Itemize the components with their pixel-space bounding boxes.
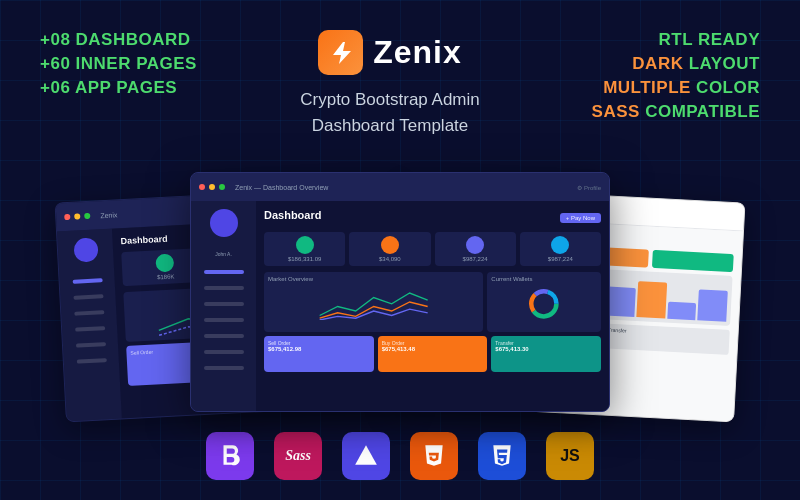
bootstrap-logo: [217, 443, 243, 469]
right-card-label: Transfer: [608, 327, 727, 339]
feature-app-pages: +06 APP PAGES: [40, 78, 220, 98]
sidebar-nav-item: [75, 326, 105, 332]
product-subtitle: Crypto Bootstrap Admin Dashboard Templat…: [300, 87, 480, 138]
stat-icon-bnb: [551, 236, 569, 254]
stat-card-ltc: $987,224: [435, 232, 516, 266]
stat-card-bnb: $987,224: [520, 232, 601, 266]
screenshots-area: Zenix Dashboard $18: [40, 148, 760, 412]
sell-order-card: Sell Order $675,412.98: [264, 336, 374, 372]
stat-val-eth: $34,090: [353, 256, 426, 262]
sidebar-nav-item: [204, 350, 244, 354]
css3-icon: [478, 432, 526, 480]
sidebar-nav-item: [74, 310, 104, 316]
javascript-icon: JS: [546, 432, 594, 480]
main-bottom-cards: Sell Order $675,412.98 Buy Order $675,41…: [264, 336, 601, 372]
buy-order-card: Buy Order $675,413.48: [378, 336, 488, 372]
dash-sidebar-main: John A.: [191, 201, 256, 411]
feature-dashboard: +08 DASHBOARD: [40, 30, 220, 50]
feature-sass: SASS COMPATIBLE: [592, 102, 760, 122]
bar: [698, 289, 728, 322]
dash-sidebar-left: [57, 229, 122, 422]
donut-chart-svg: [491, 284, 597, 320]
sass-label: Sass: [285, 448, 311, 464]
center-section: Zenix Crypto Bootstrap Admin Dashboard T…: [220, 30, 560, 138]
stat-icon-btc: [296, 236, 314, 254]
dot-red-main: [199, 184, 205, 190]
sass-icon: Sass: [274, 432, 322, 480]
dash-body-main: John A. Dashboard + Pay Now: [191, 201, 609, 411]
bar: [636, 281, 667, 318]
js-label: JS: [560, 447, 580, 465]
market-chart-svg: [268, 284, 479, 320]
dash-content-main: Dashboard + Pay Now $186,331.09 $34,090: [256, 201, 609, 411]
dot-yellow: [74, 213, 80, 219]
stat-val-ltc: $987,224: [439, 256, 512, 262]
html5-icon: [410, 432, 458, 480]
sidebar-nav-dashboard: [204, 270, 244, 274]
stat-icon: [156, 253, 175, 272]
right-stat-card: [652, 250, 734, 272]
main-stat-cards: $186,331.09 $34,090 $987,224 $987,2: [264, 232, 601, 266]
sidebar-nav-item: [204, 334, 244, 338]
left-features: +08 DASHBOARD +60 INNER PAGES +06 APP PA…: [40, 30, 220, 98]
sidebar-nav-item: [73, 294, 103, 300]
sell-order-value: $675,412.98: [268, 346, 370, 352]
right-card-2: Transfer: [604, 323, 730, 354]
stat-icon-ltc: [466, 236, 484, 254]
dot-green: [84, 213, 90, 219]
svg-marker-4: [355, 445, 377, 465]
css3-logo: [489, 443, 515, 469]
stat-icon-eth: [381, 236, 399, 254]
sidebar-nav-item: [75, 342, 105, 348]
dot-yellow-main: [209, 184, 215, 190]
affinity-icon: [342, 432, 390, 480]
affinity-logo: [353, 443, 379, 469]
stat-card-eth: $34,090: [349, 232, 430, 266]
right-features: RTL READY DARK LAYOUT MULTIPLE COLOR SAS…: [560, 30, 760, 122]
page-container: +08 DASHBOARD +60 INNER PAGES +06 APP PA…: [0, 0, 800, 500]
logo-name: Zenix: [373, 34, 462, 71]
logo-row: Zenix: [318, 30, 462, 75]
sidebar-nav-item: [204, 302, 244, 306]
sidebar-nav-item: [204, 366, 244, 370]
stat-val-bnb: $987,224: [524, 256, 597, 262]
stat-val-btc: $186,331.09: [268, 256, 341, 262]
transfer-value: $675,413.30: [495, 346, 597, 352]
sidebar-avatar: [73, 237, 98, 262]
sidebar-nav-item: [76, 358, 106, 364]
logo-icon: [318, 30, 363, 75]
bar: [667, 302, 697, 320]
dash-header-main: Zenix — Dashboard Overview ⚙ Profile: [191, 173, 609, 201]
dot-green-main: [219, 184, 225, 190]
buy-order-value: $675,413.48: [382, 346, 484, 352]
sidebar-nav-item: [204, 318, 244, 322]
stat-card-bitcoin: $186,331.09: [264, 232, 345, 266]
dashboard-screenshot-main: Zenix — Dashboard Overview ⚙ Profile Joh…: [190, 172, 610, 412]
dash-main-title: Dashboard: [264, 209, 321, 221]
bootstrap-icon: [206, 432, 254, 480]
tech-icons-row: Sass JS: [40, 422, 760, 480]
transfer-card: Transfer $675,413.30: [491, 336, 601, 372]
feature-multiple: MULTIPLE COLOR: [603, 78, 760, 98]
feature-dark: DARK LAYOUT: [632, 54, 760, 74]
html5-logo: [421, 443, 447, 469]
dot-red: [64, 214, 70, 220]
sidebar-nav-item: [72, 278, 102, 284]
sidebar-avatar-main: [210, 209, 238, 237]
lightning-bolt-icon: [327, 39, 355, 67]
feature-inner-pages: +60 INNER PAGES: [40, 54, 220, 74]
market-overview-chart: Market Overview: [264, 272, 483, 332]
feature-rtl: RTL READY: [659, 30, 760, 50]
sidebar-nav-item: [204, 286, 244, 290]
current-wallets-chart: Current Wallets: [487, 272, 601, 332]
pay-now-button[interactable]: + Pay Now: [560, 213, 601, 223]
top-row: +08 DASHBOARD +60 INNER PAGES +06 APP PA…: [40, 30, 760, 138]
